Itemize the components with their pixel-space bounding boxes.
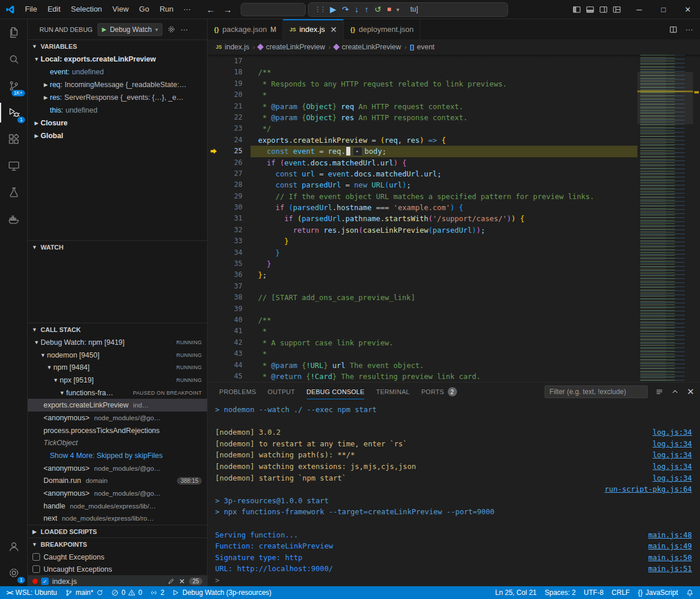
gutter-line-20[interactable]: 20 (208, 89, 251, 100)
panel-tab-output[interactable]: OUTPUT (268, 383, 295, 401)
gutter-line-27[interactable]: 27 (208, 168, 251, 179)
gutter-line-39[interactable]: 39 (208, 304, 251, 315)
chevron-down-icon[interactable]: ▼ (32, 56, 41, 62)
gutter-line-34[interactable]: 34 (208, 247, 251, 258)
gutter-line-37[interactable]: 37 (208, 281, 251, 292)
maximize-panel-icon[interactable] (671, 388, 679, 396)
call-stack-header[interactable]: ▼ CALL STACK (28, 323, 207, 336)
gutter-line-26[interactable]: 26 (208, 157, 251, 168)
console-source-link[interactable]: log.js:34 (652, 438, 692, 450)
activity-source-control[interactable]: 1K+ (0, 73, 28, 99)
menu-selection[interactable]: Selection (66, 0, 107, 19)
stack-frame-row[interactable]: <anonymous>node_modules/@go… (28, 412, 207, 424)
toggle-sidebar-icon[interactable] (572, 5, 581, 14)
activity-accounts[interactable] (0, 533, 28, 560)
step-out-button[interactable]: ↑ (365, 5, 369, 13)
code-area[interactable]: 1718/**19 * Responds to any HTTP request… (208, 55, 637, 382)
menu-go[interactable]: Go (134, 0, 154, 19)
tab-index-js[interactable]: JSindex.js✕ (283, 19, 344, 39)
chevron-down-icon[interactable]: ▼ (32, 340, 41, 345)
gutter-line-22[interactable]: 22 (208, 112, 251, 123)
status-problems[interactable]: 00 (107, 586, 146, 599)
stack-frame-row[interactable]: Show 4 More: Skipped by skipFiles (28, 449, 207, 462)
variables-scope-row[interactable]: ▶Closure (28, 117, 207, 129)
toggle-panel-icon[interactable] (586, 5, 594, 14)
debug-session-row[interactable]: ▼Debug Watch: npm [9419]RUNNING (28, 336, 207, 349)
console-source-link[interactable]: log.js:34 (652, 461, 692, 472)
activity-run-and-debug[interactable]: 1 (0, 99, 28, 126)
debug-session-row[interactable]: ▼npx [9519]RUNNING (28, 374, 207, 387)
variables-scope-row[interactable]: ▼Local: exports.createLinkPreview (28, 53, 207, 66)
command-center-search[interactable] (241, 3, 306, 16)
variable-row[interactable]: ▶req:IncomingMessage {_readableState:… (28, 78, 207, 91)
launch-config-dropdown[interactable]: ▶ Debug Watch ▾ (97, 23, 163, 36)
gutter-line-31[interactable]: 31 (208, 213, 251, 224)
stack-frame-row[interactable]: Domain.rundomain388:15 (28, 475, 207, 488)
chevron-down-icon[interactable]: ▾ (397, 6, 400, 13)
status-notifications[interactable] (682, 586, 698, 599)
close-panel-icon[interactable]: ✕ (687, 387, 694, 397)
console-filter-input[interactable] (545, 385, 648, 398)
menu-file[interactable]: File (20, 0, 42, 19)
activity-extensions[interactable] (0, 126, 28, 153)
watch-header[interactable]: ▼ WATCH (28, 241, 207, 254)
go-forward-icon[interactable]: → (220, 5, 235, 15)
gutter-line-43[interactable]: 43 (208, 348, 251, 359)
menu-run[interactable]: Run (154, 0, 179, 19)
console-source-link[interactable]: log.js:34 (652, 427, 692, 438)
chevron-down-icon[interactable]: ▼ (45, 365, 53, 370)
remove-breakpoint-icon[interactable]: ✕ (179, 577, 184, 586)
stack-frame-row[interactable]: <anonymous>node_modules/@go… (28, 487, 207, 500)
activity-testing[interactable] (0, 179, 28, 206)
gutter-line-38[interactable]: 38 (208, 292, 251, 303)
breakpoints-header[interactable]: ▼ BREAKPOINTS (28, 538, 207, 551)
close-button[interactable]: ✕ (676, 0, 700, 19)
loaded-scripts-header[interactable]: ▶ LOADED SCRIPTS (28, 525, 207, 537)
breadcrumb-item[interactable]: createLinkPreview (258, 43, 325, 51)
gutter-line-23[interactable]: 23 (208, 123, 251, 134)
activity-containers[interactable] (0, 206, 28, 233)
activity-remote-explorer[interactable] (0, 153, 28, 179)
panel-tab-debug-console[interactable]: DEBUG CONSOLE (307, 383, 365, 401)
console-source-link[interactable]: main.js:48 (648, 529, 692, 541)
console-options-icon[interactable] (655, 388, 663, 396)
gutter-line-40[interactable]: 40 (208, 315, 251, 326)
gutter-line-29[interactable]: 29 (208, 191, 251, 202)
stack-frame-row[interactable]: process.processTicksAndRejections (28, 424, 207, 437)
status-forwarded-ports[interactable]: 2 (146, 586, 168, 599)
minimap-slider[interactable] (637, 72, 693, 124)
chevron-down-icon[interactable]: ▼ (58, 390, 66, 396)
variable-row[interactable]: event:undefined (28, 66, 207, 78)
chevron-right-icon[interactable]: ▶ (32, 133, 41, 139)
gutter-line-42[interactable]: 42 (208, 337, 251, 348)
close-tab-icon[interactable]: ✕ (330, 25, 337, 34)
status-cursor-position[interactable]: Ln 25, Col 21 (491, 586, 541, 599)
debug-settings-gear-icon[interactable] (167, 25, 176, 34)
breadcrumb-item[interactable]: JSindex.js (216, 43, 249, 51)
variable-row[interactable]: ▶res:ServerResponse {_events: {…}, _e… (28, 91, 207, 104)
status-git-branch[interactable]: main* (61, 586, 107, 599)
maximize-button[interactable]: □ (651, 0, 676, 19)
status-remote-indicator[interactable]: ><WSL: Ubuntu (2, 586, 61, 599)
variable-row[interactable]: this:undefined (28, 104, 207, 117)
status-language-mode[interactable]: {}JavaScript (634, 586, 682, 599)
console-source-link[interactable]: log.js:34 (652, 449, 692, 461)
tab-package-json[interactable]: {}package.jsonM (208, 19, 283, 39)
step-into-button[interactable]: ↓ (355, 5, 359, 13)
menu-view[interactable]: View (107, 0, 134, 19)
breakpoint-checkbox[interactable] (32, 565, 40, 573)
gutter-line-32[interactable]: 32 (208, 225, 251, 236)
breakpoint-checkbox[interactable]: ✓ (41, 578, 49, 585)
breadcrumb-item[interactable]: createLinkPreview (334, 43, 401, 51)
panel-tab-terminal[interactable]: TERMINAL (376, 383, 409, 401)
console-source-link[interactable]: main.js:50 (648, 552, 692, 564)
debug-session-row[interactable]: ▼nodemon [9450]RUNNING (28, 349, 207, 362)
stack-frame-row[interactable]: TickObject (28, 437, 207, 450)
gutter-line-25[interactable]: 25 (208, 146, 251, 157)
status-debug-session[interactable]: Debug Watch (3p-resources) (168, 586, 275, 599)
status-encoding[interactable]: UTF-8 (580, 586, 608, 599)
gutter-line-36[interactable]: 36 (208, 269, 251, 280)
continue-button[interactable]: ▶ (330, 5, 336, 13)
chevron-down-icon[interactable]: ▼ (52, 377, 60, 383)
debug-session-row[interactable]: ▼npm [9484]RUNNING (28, 361, 207, 374)
